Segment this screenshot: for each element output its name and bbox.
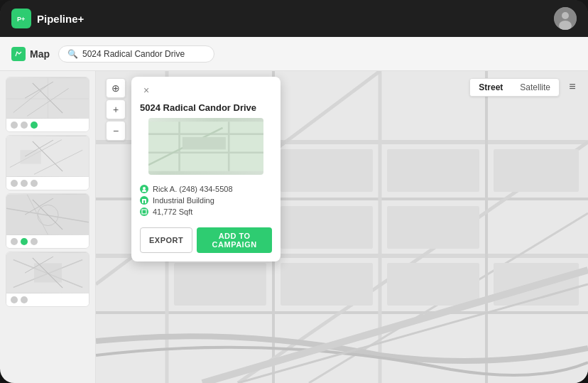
card-thumbnail — [6, 77, 89, 119]
popup-building-type: Industrial Building — [140, 196, 272, 205]
svg-point-3 — [562, 12, 569, 19]
zoom-in-button[interactable]: + — [106, 99, 126, 119]
card-footer — [6, 293, 89, 306]
status-dot-active — [31, 122, 38, 129]
svg-rect-40 — [387, 206, 479, 249]
status-dot — [11, 296, 18, 303]
map-icon — [11, 47, 26, 61]
popup-contact: Rick A. (248) 434-5508 — [140, 185, 272, 193]
locate-icon: ⊕ — [111, 82, 120, 94]
status-dot — [31, 180, 38, 187]
topbar: P+ Pipeline+ — [0, 0, 588, 37]
svg-rect-14 — [20, 150, 40, 163]
status-dot — [21, 180, 28, 187]
svg-point-53 — [143, 187, 146, 190]
popup-title: 5024 Radical Candor Drive — [140, 102, 256, 113]
svg-rect-57 — [142, 210, 146, 214]
area-text: 41,772 Sqft — [153, 207, 192, 216]
user-avatar[interactable] — [554, 7, 577, 30]
map-menu-button[interactable]: ≡ — [564, 78, 581, 95]
zoom-in-icon: + — [113, 104, 119, 115]
card-footer — [6, 177, 89, 190]
subheader: Map 🔍 — [0, 37, 588, 71]
svg-rect-6 — [6, 78, 89, 119]
status-dot-active — [21, 238, 28, 245]
zoom-out-icon: − — [113, 125, 119, 136]
svg-rect-43 — [281, 263, 373, 306]
popup-details: Rick A. (248) 434-5508 Industrial Buildi… — [131, 179, 281, 225]
search-icon: 🔍 — [67, 49, 78, 59]
card-footer — [6, 119, 89, 131]
card-footer — [6, 235, 89, 248]
map-label: Map — [11, 47, 50, 61]
card-thumbnail — [6, 252, 89, 293]
contact-text: Rick A. (248) 434-5508 — [153, 185, 233, 193]
card-thumbnail — [6, 194, 89, 235]
search-bar[interactable]: 🔍 — [58, 45, 214, 63]
popup-header: × — [131, 77, 281, 101]
app-title: Pipeline+ — [37, 13, 84, 25]
status-dot — [21, 296, 28, 303]
building-type-text: Industrial Building — [153, 196, 214, 205]
svg-rect-15 — [6, 195, 89, 235]
satellite-view-button[interactable]: Satellite — [511, 79, 559, 96]
street-view-button[interactable]: Street — [470, 79, 511, 96]
svg-text:P+: P+ — [17, 16, 25, 23]
list-item[interactable] — [6, 193, 89, 249]
person-icon — [140, 185, 148, 193]
status-dot — [11, 238, 18, 245]
svg-rect-38 — [281, 206, 373, 249]
sidebar — [0, 71, 96, 383]
svg-rect-42 — [174, 263, 266, 306]
svg-rect-22 — [34, 263, 62, 282]
map-area[interactable]: ⊕ + − Street Satellite ≡ — [96, 71, 588, 383]
svg-rect-41 — [494, 149, 579, 192]
area-icon — [140, 207, 148, 216]
location-popup: × 5024 Radical Candor Drive — [131, 77, 281, 261]
locate-button[interactable]: ⊕ — [106, 78, 126, 98]
list-item[interactable] — [6, 135, 89, 190]
popup-close-button[interactable]: × — [140, 84, 153, 97]
zoom-out-button[interactable]: − — [106, 121, 126, 141]
search-input[interactable] — [82, 49, 205, 59]
main-content: Map 🔍 — [0, 37, 588, 383]
status-dot — [11, 122, 18, 129]
svg-point-54 — [142, 190, 146, 192]
popup-map-preview — [148, 118, 263, 175]
popup-area: 41,772 Sqft — [140, 207, 272, 216]
svg-rect-52 — [183, 137, 226, 149]
map-text: Map — [30, 48, 50, 60]
svg-rect-44 — [387, 263, 479, 306]
svg-rect-5 — [14, 50, 23, 58]
topbar-left: P+ Pipeline+ — [11, 9, 84, 28]
svg-rect-37 — [281, 149, 373, 192]
card-thumbnail — [6, 136, 89, 177]
add-to-campaign-button[interactable]: ADD TO CAMPAIGN — [197, 227, 272, 253]
popup-actions: EXPORT ADD TO CAMPAIGN — [131, 225, 281, 261]
app-logo: P+ — [11, 9, 31, 28]
list-item[interactable] — [6, 252, 89, 307]
svg-rect-39 — [387, 149, 479, 192]
device-frame: P+ Pipeline+ Map — [0, 0, 588, 383]
status-dot — [31, 238, 38, 245]
building-icon — [140, 196, 148, 205]
export-button[interactable]: EXPORT — [140, 227, 192, 253]
list-item[interactable] — [6, 77, 89, 132]
status-dot — [11, 180, 18, 187]
menu-icon: ≡ — [569, 80, 575, 93]
map-controls: ⊕ + − — [106, 78, 126, 141]
svg-rect-11 — [6, 136, 89, 177]
view-toggle: Street Satellite — [469, 78, 560, 97]
svg-rect-56 — [143, 200, 145, 203]
content-row: ⊕ + − Street Satellite ≡ — [0, 71, 588, 383]
svg-rect-19 — [6, 253, 89, 293]
status-dot — [21, 122, 28, 129]
